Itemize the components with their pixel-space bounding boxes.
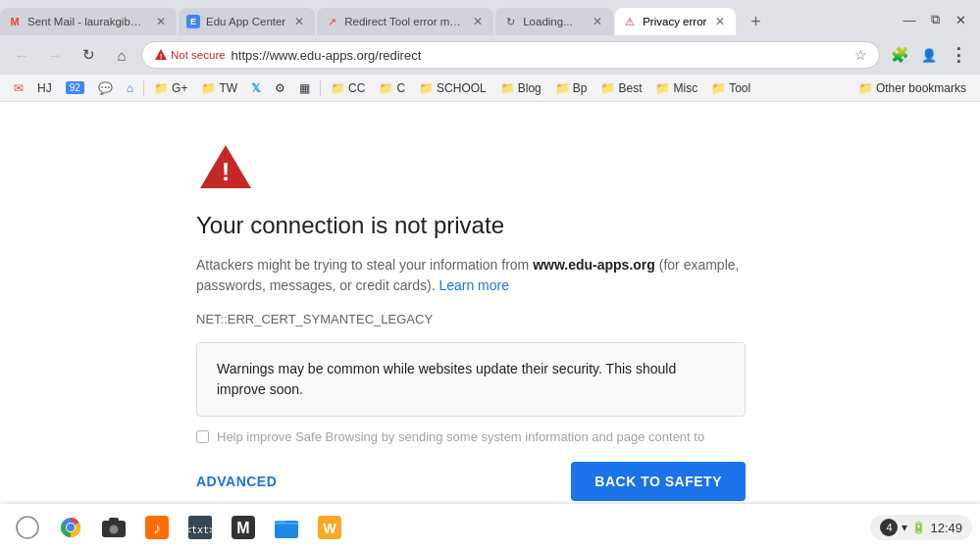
address-bar[interactable]: ! Not secure https://www.edu-apps.org/re… <box>141 41 880 69</box>
bookmark-tool-folder[interactable]: 📁Tool <box>705 79 756 97</box>
warning-triangle-icon: ! <box>196 141 255 192</box>
folder-bp-icon: 📁 <box>555 81 570 95</box>
text-editor-app-icon[interactable]: <txt> <box>181 508 220 547</box>
folder-tool-icon: 📁 <box>711 81 726 95</box>
home-button[interactable]: ⌂ <box>108 41 135 69</box>
svg-point-9 <box>110 526 118 533</box>
tab-edu-app-center[interactable]: E Edu App Center ✕ <box>179 8 315 35</box>
back-button[interactable]: ← <box>8 41 35 69</box>
tab-privacy-error-close-icon[interactable]: ✕ <box>712 14 728 29</box>
tab-bar: M Sent Mail - laurakgibbs@... ✕ E Edu Ap… <box>0 0 980 35</box>
other-bookmarks-button[interactable]: 📁 Other bookmarks <box>852 79 972 97</box>
system-tray: 4 ▾ 🔋 12:49 <box>870 515 972 540</box>
bookmark-school-folder[interactable]: 📁SCHOOL <box>413 79 492 97</box>
tab-gmail[interactable]: M Sent Mail - laurakgibbs@... ✕ <box>0 8 177 35</box>
grid-bm-icon: ▦ <box>299 81 310 95</box>
toolbar-right: 🧩 👤 ⋮ <box>886 41 972 69</box>
profile-icon[interactable]: 👤 <box>915 41 943 69</box>
tab-loading-close-icon[interactable]: ✕ <box>590 14 605 29</box>
folder-blog-icon: 📁 <box>500 81 515 95</box>
address-icons: ☆ <box>854 47 867 63</box>
bookmark-grid[interactable]: ▦ <box>293 79 316 97</box>
tw-bm-icon: 📁 <box>201 81 216 95</box>
reload-button[interactable]: ↻ <box>75 41 102 69</box>
bookmark-chat[interactable]: 💬 <box>92 79 119 97</box>
wifi-icon: ▾ <box>902 521 907 534</box>
folder-school-icon: 📁 <box>419 81 434 95</box>
music-app-icon[interactable]: ♪ <box>137 508 177 547</box>
forward-button[interactable]: → <box>41 41 69 69</box>
notification-badge: 4 <box>880 519 898 536</box>
tab-redirect-close-icon[interactable]: ✕ <box>470 14 486 29</box>
bookmark-twitter[interactable]: 𝕏 <box>245 79 267 97</box>
safe-browsing-checkbox[interactable] <box>196 430 209 443</box>
calendar-bm-icon: 92 <box>66 81 84 94</box>
security-label: Not secure <box>171 49 226 61</box>
tab-edu-label: Edu App Center <box>206 16 285 27</box>
taskbar: ♪ <txt> M W 4 ▾ 🔋 12:4 <box>0 504 980 551</box>
svg-point-3 <box>17 517 38 538</box>
close-window-button[interactable]: ✕ <box>949 8 972 31</box>
bookmark-c-folder[interactable]: 📁C <box>373 79 411 97</box>
bookmark-blog-folder[interactable]: 📁Blog <box>494 79 547 97</box>
back-to-safety-button[interactable]: BACK TO SAFETY <box>571 462 746 501</box>
bookmark-misc-folder[interactable]: 📁Misc <box>649 79 703 97</box>
folder-best-icon: 📁 <box>600 81 615 95</box>
privacy-error-favicon-icon: ⚠ <box>623 15 637 28</box>
bookmark-gear[interactable]: ⚙ <box>269 79 291 97</box>
bookmark-separator <box>143 80 144 96</box>
files-app-icon[interactable] <box>267 508 306 547</box>
description-pre: Attackers might be trying to steal your … <box>196 257 533 273</box>
tw-label: TW <box>219 81 237 95</box>
system-tray-panel[interactable]: 4 ▾ 🔋 12:49 <box>870 515 972 540</box>
battery-icon: 🔋 <box>911 521 926 534</box>
gplus-label: G+ <box>172 81 187 95</box>
address-text[interactable]: https://www.edu-apps.org/redirect <box>232 48 849 63</box>
tab-redirect-tool[interactable]: ↗ Redirect Tool error messa... ✕ <box>317 8 493 35</box>
tab-loading-label: Loading... <box>523 16 584 27</box>
folder-cc-icon: 📁 <box>331 81 345 95</box>
learn-more-link[interactable]: Learn more <box>438 277 509 293</box>
other-bm-icon: 📁 <box>858 81 873 95</box>
tab-edu-close-icon[interactable]: ✕ <box>291 14 307 29</box>
clock: 12:49 <box>930 521 962 535</box>
bookmark-mail[interactable]: ✉ <box>8 79 29 97</box>
bookmark-92[interactable]: 92 <box>60 79 90 96</box>
bookmark-bp-folder[interactable]: 📁Bp <box>549 79 593 97</box>
extensions-icon[interactable]: 🧩 <box>886 41 913 69</box>
tab-loading[interactable]: ↻ Loading... ✕ <box>495 8 613 35</box>
actions-row: ADVANCED BACK TO SAFETY <box>196 462 746 501</box>
bookmark-best-folder[interactable]: 📁Best <box>594 79 647 97</box>
bookmark-cc-folder[interactable]: 📁CC <box>325 79 371 97</box>
page-title: Your connection is not private <box>196 212 504 239</box>
gmail-favicon-icon: M <box>8 15 22 28</box>
maximize-button[interactable]: ⧉ <box>923 8 947 31</box>
bookmark-tw-folder[interactable]: 📁TW <box>195 79 243 97</box>
folder-misc-icon: 📁 <box>655 81 670 95</box>
tab-redirect-label: Redirect Tool error messa... <box>344 16 464 27</box>
bookmark-hj[interactable]: HJ <box>31 79 58 97</box>
page-description: Attackers might be trying to steal your … <box>196 255 746 296</box>
word-web-app-icon[interactable]: W <box>310 508 349 547</box>
launcher-button[interactable] <box>8 508 47 547</box>
bookmark-home[interactable]: ⌂ <box>121 79 139 97</box>
tab-gmail-close-icon[interactable]: ✕ <box>153 14 169 29</box>
medium-app-icon[interactable]: M <box>224 508 263 547</box>
chat-bm-icon: 💬 <box>98 81 113 95</box>
settings-menu-icon[interactable]: ⋮ <box>945 41 972 69</box>
loading-favicon-icon: ↻ <box>503 15 517 28</box>
svg-text:W: W <box>323 521 336 536</box>
twitter-bm-icon: 𝕏 <box>251 81 261 95</box>
new-tab-button[interactable]: + <box>742 8 769 35</box>
chrome-app-icon[interactable] <box>51 508 90 547</box>
tab-privacy-error[interactable]: ⚠ Privacy error ✕ <box>615 8 736 35</box>
advanced-button[interactable]: ADVANCED <box>196 466 277 497</box>
camera-app-icon[interactable] <box>94 508 133 547</box>
page-content: ! Your connection is not private Attacke… <box>0 102 980 504</box>
bookmarks-bar: ✉ HJ 92 💬 ⌂ 📁G+ 📁TW 𝕏 ⚙ ▦ 📁CC 📁C 📁SCHOOL… <box>0 75 980 102</box>
address-bar-row: ← → ↻ ⌂ ! Not secure https://www.edu-app… <box>0 35 980 75</box>
minimize-button[interactable]: — <box>898 8 921 31</box>
svg-point-6 <box>67 524 75 531</box>
bookmark-gplus-folder[interactable]: 📁G+ <box>148 79 193 97</box>
bookmark-star-icon[interactable]: ☆ <box>854 47 867 63</box>
